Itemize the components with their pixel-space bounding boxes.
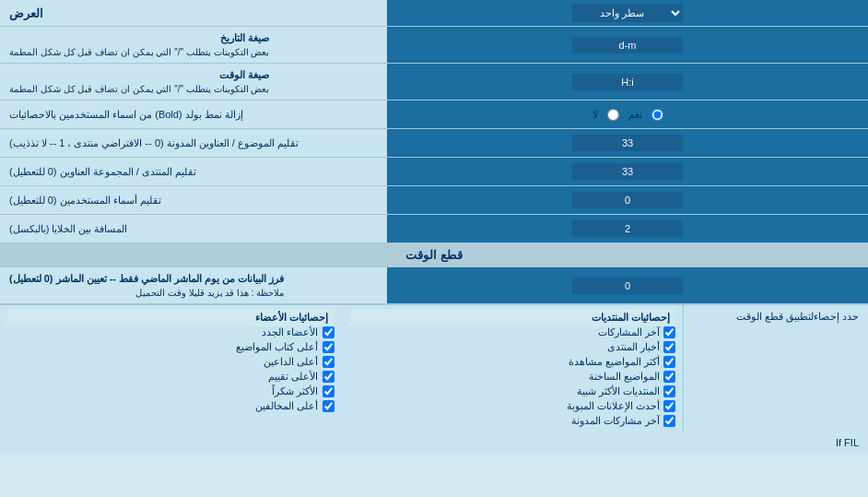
top-header-row: سطر واحدسطرينثلاثة أسطر العرض	[0, 0, 868, 27]
forum-group-label: تقليم المنتدى / المجموعة العناوين (0 للت…	[0, 158, 387, 185]
member-stats-header: إحصائيات الأعضاء	[7, 309, 334, 326]
cutoff-input[interactable]	[572, 278, 683, 294]
checkbox-forum-2: أخبار المنتدى	[349, 341, 676, 353]
checkbox-forum-4: المواضيع الساخنة	[349, 371, 676, 383]
if-fil-container: If FIL	[0, 433, 868, 452]
topic-title-input[interactable]	[572, 135, 683, 151]
checkbox-top-violators[interactable]	[323, 400, 334, 412]
checkbox-member-1: الأعضاء الجدد	[7, 326, 334, 338]
checkbox-forum-7: آخر مشاركات المدونة	[349, 415, 676, 427]
cutoff-row: فرز البيانات من يوم الماشر الماضي فقط --…	[0, 267, 868, 304]
cell-gap-row: المسافة بين الخلايا (بالبكسل)	[0, 215, 868, 243]
checkbox-top-inviters[interactable]	[323, 356, 334, 368]
checkbox-top-rated[interactable]	[323, 371, 334, 383]
checkbox-most-similar[interactable]	[663, 385, 675, 397]
aroud-header: العرض	[0, 3, 387, 24]
date-format-input[interactable]	[572, 37, 683, 53]
stats-note: حدد إحصاءلتطبيق قطع الوقت	[684, 305, 868, 433]
username-trim-input[interactable]	[572, 192, 683, 208]
username-trim-input-container	[387, 186, 868, 214]
date-format-row: صيغة التاريخ بعض التكوينات يتطلب "/" الت…	[0, 27, 868, 64]
date-format-input-container	[387, 27, 868, 63]
bold-remove-row: نعم لا إزالة نمط بولد (Bold) من اسماء ال…	[0, 101, 868, 129]
topic-title-label: تقليم الموضوع / العناوين المدونة (0 -- ا…	[0, 129, 387, 157]
cell-gap-label: المسافة بين الخلايا (بالبكسل)	[0, 215, 387, 243]
forum-group-input-container	[387, 158, 868, 185]
checkbox-member-2: أعلى كتاب المواضيع	[7, 341, 334, 353]
checkbox-member-6: أعلى المخالفين	[7, 400, 334, 412]
cell-gap-input-container	[387, 215, 868, 243]
cutoff-label: فرز البيانات من يوم الماشر الماضي فقط --…	[0, 267, 387, 303]
time-format-row: صيغة الوقت بعض التكوينات يتطلب "/" التي …	[0, 64, 868, 101]
bold-remove-radio-container: نعم لا	[387, 101, 868, 128]
checkbox-forum-6: أحدث الإعلانات المبوبة	[349, 400, 676, 412]
checkbox-top-writers[interactable]	[323, 341, 334, 353]
checkbox-forum-news[interactable]	[663, 341, 675, 353]
topic-title-input-container	[387, 129, 868, 157]
checkbox-most-thanks[interactable]	[323, 385, 334, 397]
checkbox-forum-5: المنتديات الأكثر شبية	[349, 385, 676, 397]
username-trim-row: تقليم أسماء المستخدمين (0 للتعطيل)	[0, 186, 868, 215]
checkbox-last-posts[interactable]	[663, 326, 675, 338]
forum-group-row: تقليم المنتدى / المجموعة العناوين (0 للت…	[0, 158, 868, 186]
checkbox-new-members[interactable]	[323, 326, 334, 338]
time-format-label: صيغة الوقت بعض التكوينات يتطلب "/" التي …	[0, 64, 387, 100]
bold-radio-group: نعم لا	[592, 109, 663, 121]
checkbox-member-4: الأعلى تقييم	[7, 371, 334, 383]
checkbox-most-viewed[interactable]	[663, 356, 675, 368]
bold-remove-label: إزالة نمط بولد (Bold) من اسماء المستخدمي…	[0, 101, 387, 128]
checkbox-forum-1: آخر المشاركات	[349, 326, 676, 338]
checkbox-member-5: الأكثر شكراً	[7, 385, 334, 397]
forum-stats-header: إحصائيات المنتديات	[349, 309, 676, 326]
time-format-input[interactable]	[572, 74, 683, 90]
forum-stats-col: إحصائيات المنتديات آخر المشاركات أخبار ا…	[342, 305, 685, 433]
satr-wahed-select[interactable]: سطر واحدسطرينثلاثة أسطر	[572, 4, 683, 22]
time-format-input-container	[387, 64, 868, 100]
member-stats-col: إحصائيات الأعضاء الأعضاء الجدد أعلى كتاب…	[0, 305, 342, 433]
cell-gap-input[interactable]	[572, 220, 683, 237]
checkbox-hot-topics[interactable]	[663, 371, 675, 383]
main-container: سطر واحدسطرينثلاثة أسطر العرض صيغة التار…	[0, 0, 868, 452]
checkboxes-section: حدد إحصاءلتطبيق قطع الوقت إحصائيات المنت…	[0, 304, 868, 433]
username-trim-label: تقليم أسماء المستخدمين (0 للتعطيل)	[0, 186, 387, 214]
satr-select-container: سطر واحدسطرينثلاثة أسطر	[387, 0, 868, 26]
forum-group-input[interactable]	[572, 163, 683, 180]
checkbox-blog-posts[interactable]	[663, 415, 675, 427]
topic-title-row: تقليم الموضوع / العناوين المدونة (0 -- ا…	[0, 129, 868, 158]
date-format-label: صيغة التاريخ بعض التكوينات يتطلب "/" الت…	[0, 27, 387, 63]
checkbox-forum-3: أكثر المواضيع مشاهدة	[349, 356, 676, 368]
bold-yes-radio[interactable]	[651, 109, 663, 121]
cutoff-section-header: قطع الوقت	[0, 243, 868, 267]
cutoff-input-container	[387, 267, 868, 303]
bold-no-radio[interactable]	[607, 109, 619, 121]
checkbox-classified-ads[interactable]	[663, 400, 675, 412]
checkbox-member-3: أعلى الداعين	[7, 356, 334, 368]
